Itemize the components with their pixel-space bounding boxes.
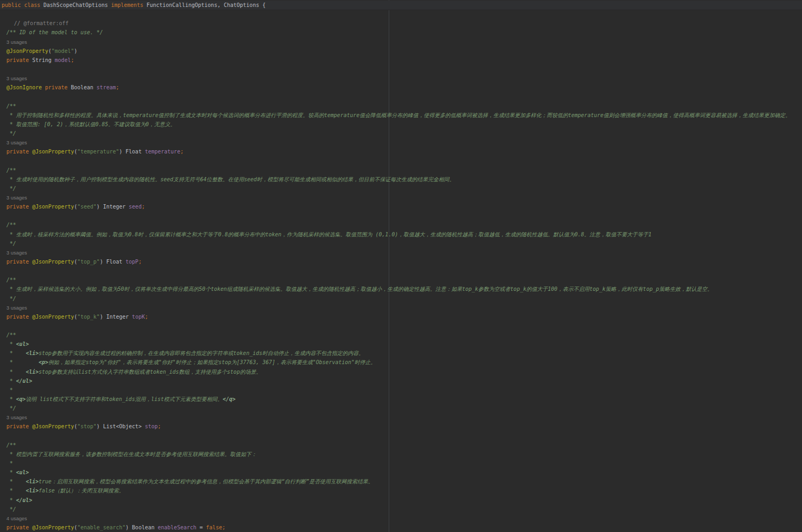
- code-token: /** ID of the model to use. */: [6, 29, 103, 35]
- code-token: <ul>: [16, 469, 29, 475]
- code-token: <li>: [26, 369, 38, 375]
- code-token: implements: [111, 2, 146, 8]
- code-token: ) Float: [100, 259, 126, 265]
- code-line: */: [0, 129, 802, 138]
- code-token: /**: [6, 442, 16, 448]
- code-token: public class: [2, 2, 43, 8]
- code-token: stop: [145, 423, 158, 429]
- code-token: true：启用互联网搜索，模型会将搜索结果作为文本生成过程中的参考信息，但模型会…: [38, 479, 373, 484]
- code-editor[interactable]: public class DashScopeChatOptions implem…: [0, 0, 802, 532]
- code-token: private: [6, 57, 32, 63]
- code-line: private @JsonProperty("top_p") Float top…: [0, 257, 802, 266]
- usages-inlay[interactable]: 3 usages: [6, 39, 27, 45]
- code-token: model: [55, 57, 71, 63]
- code-line: [0, 211, 802, 220]
- code-token: ) Float: [119, 149, 145, 155]
- usages-inlay-line: 3 usages: [0, 37, 802, 47]
- code-line: */: [0, 404, 802, 413]
- code-token: "seed": [77, 204, 96, 210]
- code-line: *: [0, 459, 802, 468]
- code-token: *: [6, 396, 16, 402]
- code-token: *: [6, 488, 26, 494]
- code-token: @JsonIgnore: [6, 84, 45, 90]
- code-token: </ul>: [16, 378, 32, 384]
- code-token: topK: [132, 314, 145, 320]
- code-token: ) List<Object>: [97, 423, 145, 429]
- code-token: "top_p": [77, 259, 99, 265]
- code-line: private String model;: [0, 56, 802, 65]
- code-token: * 生成时，核采样方法的概率阈值。例如，取值为0.8时，仅保留累计概率之和大于等…: [6, 232, 652, 237]
- code-line: */: [0, 239, 802, 248]
- code-line: * 模型内置了互联网搜索服务，该参数控制模型在生成文本时是否参考使用互联网搜索结…: [0, 450, 802, 459]
- code-token: false（默认）：关闭互联网搜索。: [38, 488, 124, 494]
- code-token: ;: [142, 204, 145, 210]
- code-token: ;: [116, 84, 119, 90]
- code-token: */: [6, 506, 16, 512]
- code-token: private: [6, 259, 32, 265]
- code-token: <li>: [26, 488, 38, 494]
- code-line: public class DashScopeChatOptions implem…: [0, 1, 802, 10]
- code-token: ;: [71, 57, 74, 63]
- code-token: stop参数用于实现内容生成过程的精确控制，在生成内容即将包含指定的字符串或to…: [38, 350, 364, 356]
- code-token: "temperature": [77, 149, 119, 155]
- code-token: /**: [6, 103, 16, 109]
- code-line: * 取值范围: [0, 2)，系统默认值0.85。不建议取值为0，无意义。: [0, 120, 802, 129]
- code-token: stop参数支持以list方式传入字符串数组或者token_ids数组，支持使用…: [38, 369, 261, 375]
- code-line: /**: [0, 275, 802, 284]
- usages-inlay[interactable]: 3 usages: [6, 414, 27, 420]
- usages-inlay[interactable]: 3 usages: [6, 140, 27, 145]
- code-token: seed: [129, 204, 142, 210]
- code-token: false: [206, 525, 222, 530]
- code-token: @JsonProperty: [32, 204, 74, 210]
- code-line: */: [0, 505, 802, 514]
- code-line: private @JsonProperty("top_k") Integer t…: [0, 312, 802, 321]
- code-token: */: [6, 405, 16, 411]
- code-line: * <ul>: [0, 340, 802, 349]
- usages-inlay-line: 3 usages: [0, 413, 802, 422]
- code-token: 例如，如果指定stop为"你好"，表示将要生成"你好"时停止；如果指定stop为…: [48, 359, 376, 365]
- code-token: private: [6, 149, 32, 155]
- code-token: ): [74, 48, 77, 54]
- code-token: private: [6, 204, 32, 210]
- code-line: @JsonIgnore private Boolean stream;: [0, 83, 802, 92]
- code-token: =: [196, 525, 206, 530]
- code-token: *: [6, 497, 16, 503]
- usages-inlay-line: 3 usages: [0, 193, 802, 202]
- code-line: */: [0, 184, 802, 193]
- code-token: <li>: [26, 479, 38, 484]
- usages-inlay[interactable]: 3 usages: [6, 75, 27, 81]
- code-token: */: [6, 296, 16, 302]
- code-token: private: [6, 423, 32, 429]
- code-token: FunctionCallingOptions, ChatOptions {: [146, 2, 266, 8]
- usages-inlay-line: 3 usages: [0, 138, 802, 147]
- code-token: */: [6, 241, 16, 246]
- usages-inlay[interactable]: 4 usages: [6, 515, 27, 521]
- usages-inlay[interactable]: 3 usages: [6, 305, 27, 311]
- code-token: * 取值范围: [0, 2)，系统默认值0.85。不建议取值为0，无意义。: [6, 121, 175, 127]
- code-token: "model": [51, 48, 74, 54]
- code-line: /**: [0, 330, 802, 340]
- code-token: *: [6, 359, 38, 365]
- code-token: temperature: [145, 149, 180, 155]
- code-line: * 用于控制随机性和多样性的程度。具体来说，temperature值控制了生成文…: [0, 111, 802, 120]
- code-token: ;: [158, 423, 161, 429]
- code-area[interactable]: public class DashScopeChatOptions implem…: [0, 0, 802, 532]
- code-token: <li>: [26, 350, 38, 356]
- code-token: *: [6, 369, 26, 375]
- code-line: * <li>stop参数用于实现内容生成过程的精确控制，在生成内容即将包含指定的…: [0, 349, 802, 358]
- code-token: * 生成时，采样候选集的大小。例如，取值为50时，仅将单次生成中得分最高的50个…: [6, 286, 713, 292]
- code-token: /**: [6, 167, 16, 173]
- code-line: * 生成时，核采样方法的概率阈值。例如，取值为0.8时，仅保留累计概率之和大于等…: [0, 230, 802, 239]
- code-line: /**: [0, 102, 802, 111]
- code-line: */: [0, 294, 802, 303]
- code-token: *: [6, 378, 16, 384]
- code-line: /**: [0, 441, 802, 450]
- code-token: * 用于控制随机性和多样性的程度。具体来说，temperature值控制了生成文…: [6, 112, 791, 118]
- code-token: *: [6, 479, 26, 484]
- usages-inlay-line: 3 usages: [0, 248, 802, 257]
- code-token: *: [6, 460, 13, 466]
- code-token: * 模型内置了互联网搜索服务，该参数控制模型在生成文本时是否参考使用互联网搜索结…: [6, 451, 257, 457]
- usages-inlay[interactable]: 3 usages: [6, 195, 27, 201]
- usages-inlay[interactable]: 3 usages: [6, 250, 27, 256]
- code-token: 说明 list模式下不支持字符串和token_ids混用，list模式下元素类型…: [26, 396, 222, 402]
